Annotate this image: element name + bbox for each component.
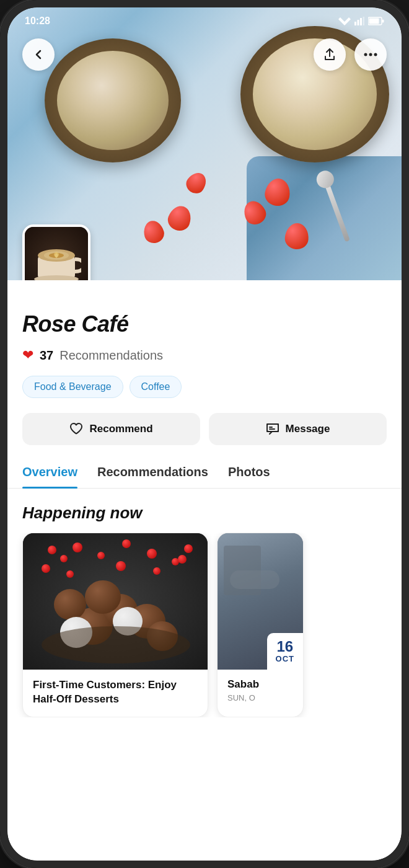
recommend-button[interactable]: Recommend — [22, 413, 200, 445]
svg-rect-16 — [267, 424, 278, 432]
signal-icon — [354, 17, 364, 25]
recommendations-count: 37 — [40, 348, 53, 363]
recommendations-label: Recommendations — [59, 348, 163, 363]
more-icon — [364, 53, 377, 56]
event-card-1[interactable]: First-Time Customers: Enjoy Half-Off Des… — [22, 533, 208, 717]
event-date-month: OCT — [276, 654, 294, 663]
svg-point-10 — [374, 53, 377, 56]
action-buttons: Recommend Message — [7, 408, 402, 458]
share-icon — [323, 48, 336, 61]
svg-rect-6 — [369, 19, 379, 24]
event-card-2-image: 16 OCT — [218, 533, 303, 670]
message-button[interactable]: Message — [209, 413, 387, 445]
tabs-row: Overview Recommendations Photos — [7, 458, 402, 489]
svg-point-9 — [369, 53, 372, 56]
tab-recommendations[interactable]: Recommendations — [97, 465, 208, 488]
svg-point-8 — [364, 53, 367, 56]
event-card-1-title: First-Time Customers: Enjoy Half-Off Des… — [33, 678, 198, 707]
business-name: Rose Café — [7, 299, 402, 342]
more-button[interactable] — [354, 38, 387, 71]
section-title: Happening now — [7, 489, 402, 533]
avatar — [22, 224, 90, 280]
back-icon — [32, 48, 45, 61]
tab-photos[interactable]: Photos — [228, 465, 270, 488]
svg-rect-3 — [360, 18, 362, 25]
status-bar: 10:28 — [7, 7, 402, 35]
svg-rect-4 — [363, 17, 365, 25]
heart-outline-icon — [69, 423, 83, 435]
svg-rect-2 — [358, 20, 359, 25]
event-card-2-title: Sabab — [227, 678, 293, 691]
status-time: 10:28 — [25, 16, 50, 27]
status-icons — [338, 17, 384, 25]
battery-icon — [368, 17, 384, 25]
svg-rect-1 — [354, 22, 356, 25]
event-card-2-sub: SUN, O — [227, 693, 293, 702]
svg-rect-7 — [382, 20, 384, 23]
tag-coffee[interactable]: Coffee — [130, 376, 182, 398]
back-button[interactable] — [22, 38, 55, 71]
share-button[interactable] — [314, 38, 346, 71]
tags-row: Food & Beverage Coffee — [7, 373, 402, 408]
main-content: Rose Café ❤ 37 Recommendations Food & Be… — [7, 280, 402, 861]
coffee-latte-icon — [32, 237, 81, 280]
events-list: First-Time Customers: Enjoy Half-Off Des… — [7, 533, 402, 717]
message-label: Message — [286, 423, 330, 435]
tab-overview[interactable]: Overview — [22, 465, 77, 488]
heart-icon: ❤ — [22, 347, 33, 363]
event-card-2[interactable]: 16 OCT Sabab SUN, O — [217, 533, 304, 717]
event-card-1-image — [23, 533, 208, 670]
recommend-label: Recommend — [89, 423, 152, 435]
event-date-badge: 16 OCT — [267, 633, 303, 670]
event-card-2-body: Sabab SUN, O — [218, 670, 303, 711]
svg-marker-0 — [338, 17, 351, 25]
tag-food-beverage[interactable]: Food & Beverage — [22, 376, 123, 398]
recommendations-row: ❤ 37 Recommendations — [7, 342, 402, 373]
event-card-1-body: First-Time Customers: Enjoy Half-Off Des… — [23, 670, 208, 717]
wifi-icon — [338, 17, 351, 25]
event-date-day: 16 — [276, 639, 294, 654]
message-icon — [266, 423, 279, 435]
hero-image — [7, 7, 402, 280]
